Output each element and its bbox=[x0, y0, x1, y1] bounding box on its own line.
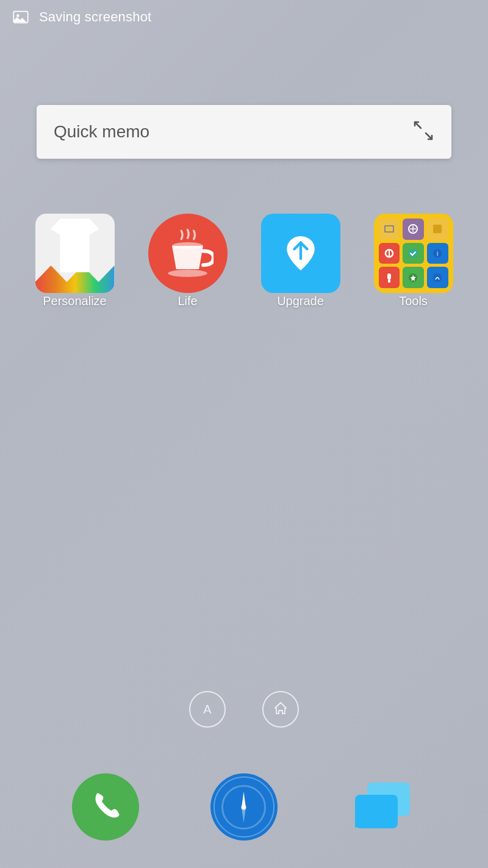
app-drawer-icon: A bbox=[203, 703, 211, 717]
resize-icon bbox=[412, 120, 434, 145]
saving-screenshot-text: Saving screenshot bbox=[39, 9, 151, 25]
home-button[interactable] bbox=[262, 691, 299, 728]
tools-label: Tools bbox=[399, 294, 428, 308]
svg-rect-7 bbox=[386, 226, 393, 231]
svg-text:i: i bbox=[437, 250, 438, 257]
app-item-upgrade[interactable]: Upgrade bbox=[252, 220, 350, 308]
dock bbox=[0, 770, 488, 844]
svg-point-4 bbox=[172, 242, 203, 249]
app-item-life[interactable]: Life bbox=[139, 220, 237, 308]
personalize-label: Personalize bbox=[43, 294, 107, 308]
tools-icon: i bbox=[371, 220, 456, 287]
app-grid: Personalize bbox=[0, 220, 488, 308]
svg-point-22 bbox=[242, 805, 246, 809]
quick-memo-label: Quick memo bbox=[54, 122, 149, 142]
home-icon bbox=[272, 700, 289, 720]
svg-rect-15 bbox=[387, 273, 391, 280]
quick-memo-bar[interactable]: Quick memo bbox=[37, 105, 451, 159]
svg-rect-16 bbox=[388, 280, 390, 283]
bottom-nav: A bbox=[0, 691, 488, 728]
personalize-icon bbox=[32, 220, 118, 287]
upgrade-label: Upgrade bbox=[277, 294, 324, 308]
svg-rect-24 bbox=[355, 795, 398, 828]
app-item-tools[interactable]: i Tools bbox=[365, 220, 462, 308]
svg-point-5 bbox=[168, 269, 207, 277]
life-icon bbox=[145, 220, 231, 287]
dock-phone[interactable] bbox=[69, 770, 142, 844]
svg-point-1 bbox=[16, 14, 20, 17]
svg-marker-20 bbox=[242, 792, 246, 808]
app-item-personalize[interactable]: Personalize bbox=[26, 220, 124, 308]
dock-compass[interactable] bbox=[207, 770, 281, 844]
app-drawer-button[interactable]: A bbox=[189, 691, 226, 728]
image-icon bbox=[10, 6, 32, 28]
svg-marker-21 bbox=[242, 808, 246, 823]
svg-point-19 bbox=[223, 786, 265, 828]
svg-line-2 bbox=[415, 122, 421, 128]
dock-messages[interactable] bbox=[346, 770, 419, 844]
upgrade-icon bbox=[258, 220, 343, 287]
life-label: Life bbox=[178, 294, 197, 308]
svg-rect-9 bbox=[433, 225, 442, 233]
status-bar: Saving screenshot bbox=[0, 0, 488, 34]
svg-line-3 bbox=[426, 133, 432, 139]
